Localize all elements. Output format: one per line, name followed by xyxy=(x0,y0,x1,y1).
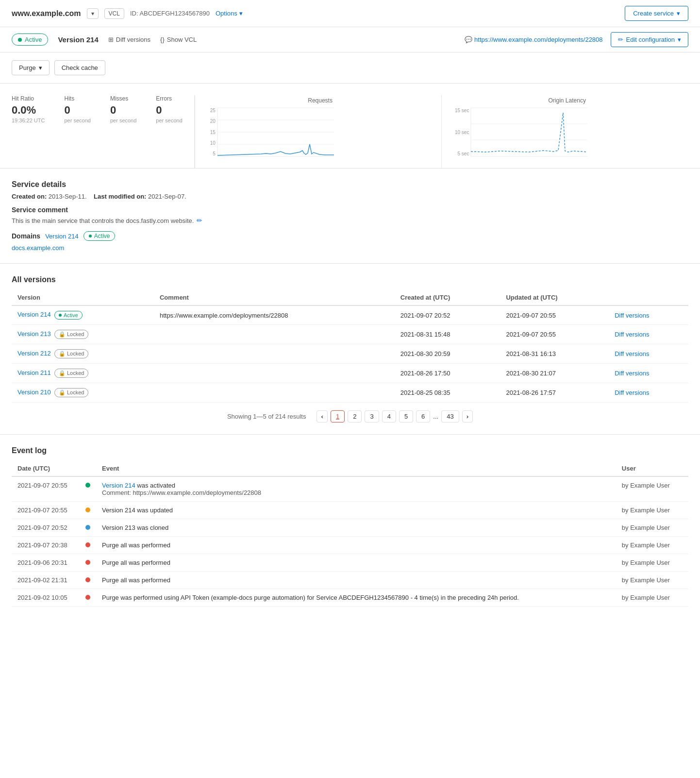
service-details-title: Service details xyxy=(12,180,688,189)
page-1-button[interactable]: 1 xyxy=(331,410,345,423)
event-date: 2021-09-07 20:38 xyxy=(12,537,80,554)
version-link[interactable]: Version 211 xyxy=(17,369,51,376)
created-at-cell: 2021-09-07 20:52 xyxy=(395,305,500,325)
diff-cell: Diff versions xyxy=(609,364,688,383)
event-text: Version 214 was updated xyxy=(96,502,616,519)
created-at-cell: 2021-08-26 17:50 xyxy=(395,364,500,383)
service-details-section: Service details Created on: 2013-Sep-11.… xyxy=(0,169,700,264)
page-3-button[interactable]: 3 xyxy=(365,410,379,423)
col-version: Version xyxy=(12,290,154,305)
version-link[interactable]: Version 212 xyxy=(17,350,51,357)
version-link[interactable]: Version 214 xyxy=(17,311,51,318)
event-dot-cell xyxy=(80,554,96,572)
page-2-button[interactable]: 2 xyxy=(348,410,362,423)
stats-left: Hit Ratio 0.0% 19:36:22 UTC Hits 0 per s… xyxy=(12,95,183,168)
event-date: 2021-09-06 20:31 xyxy=(12,554,80,572)
version-cell: Version 213 🔒 Locked xyxy=(12,325,154,344)
domains-active-dot xyxy=(89,235,92,237)
domains-version-link[interactable]: Version 214 xyxy=(45,233,79,240)
table-row: Version 212 🔒 Locked 2021-08-30 20:59 20… xyxy=(12,344,688,364)
event-dot-red xyxy=(85,542,90,547)
event-dot-cell xyxy=(80,519,96,537)
prev-page-button[interactable]: ‹ xyxy=(317,410,327,423)
version-link[interactable]: Version 210 xyxy=(17,389,51,396)
deployment-link[interactable]: 💬 https://www.example.com/deployments/22… xyxy=(465,36,602,43)
diff-versions-link[interactable]: Diff versions xyxy=(615,370,649,377)
edit-comment-icon[interactable]: ✏ xyxy=(197,217,202,224)
version-link[interactable]: Version 213 xyxy=(17,330,51,338)
vcl-badge: VCL xyxy=(104,8,124,19)
all-versions-title: All versions xyxy=(12,275,688,284)
origin-latency-title: Origin Latency xyxy=(451,97,683,104)
domains-active-badge: Active xyxy=(83,231,116,241)
versions-table: Version Comment Created at (UTC) Updated… xyxy=(12,290,688,403)
misses-sub: per second xyxy=(110,118,136,123)
hits-stat: Hits 0 per second xyxy=(64,95,90,123)
purge-button[interactable]: Purge ▾ xyxy=(12,60,50,75)
status-badge-locked: 🔒 Locked xyxy=(54,330,89,339)
domain-url-link[interactable]: docs.example.com xyxy=(12,244,64,252)
charts-area: Requests 25 20 15 10 5 xyxy=(194,95,688,168)
event-dot-green xyxy=(85,483,90,488)
service-id: ID: ABCDEFGH1234567890 xyxy=(130,10,210,17)
active-dot xyxy=(18,38,22,42)
status-badge-locked: 🔒 Locked xyxy=(54,349,89,358)
list-item: 2021-09-07 20:52 Version 213 was cloned … xyxy=(12,519,688,537)
table-row: Version 213 🔒 Locked 2021-08-31 15:48 20… xyxy=(12,325,688,344)
event-dot-red xyxy=(85,595,90,600)
site-dropdown[interactable]: ▾ xyxy=(87,8,99,19)
sub-nav: Active Version 214 ⊞ Diff versions {} Sh… xyxy=(0,27,700,52)
event-date: 2021-09-07 20:52 xyxy=(12,519,80,537)
hits-value: 0 xyxy=(64,104,90,117)
origin-latency-chart: Origin Latency 15 sec 10 sec 5 sec xyxy=(441,95,688,168)
page-5-button[interactable]: 5 xyxy=(399,410,413,423)
updated-at-cell: 2021-08-31 16:13 xyxy=(500,344,609,364)
version-cell: Version 210 🔒 Locked xyxy=(12,383,154,403)
hits-sub: per second xyxy=(64,118,90,123)
list-item: 2021-09-07 20:38 Purge all was performed… xyxy=(12,537,688,554)
page-4-button[interactable]: 4 xyxy=(382,410,396,423)
edit-configuration-button[interactable]: ✏ Edit configuration ▾ xyxy=(611,32,688,47)
check-cache-button[interactable]: Check cache xyxy=(54,60,105,75)
errors-label: Errors xyxy=(156,95,182,102)
diff-versions-link[interactable]: ⊞ Diff versions xyxy=(108,36,150,43)
updated-at-cell: 2021-08-30 21:07 xyxy=(500,364,609,383)
event-version-link[interactable]: Version 214 xyxy=(102,482,135,489)
hits-label: Hits xyxy=(64,95,90,102)
errors-stat: Errors 0 per second xyxy=(156,95,182,123)
diff-cell: Diff versions xyxy=(609,383,688,403)
list-item: 2021-09-06 20:31 Purge all was performed… xyxy=(12,554,688,572)
options-button[interactable]: Options ▾ xyxy=(216,10,243,17)
diff-versions-link[interactable]: Diff versions xyxy=(615,331,649,338)
diff-versions-link[interactable]: Diff versions xyxy=(615,312,649,319)
event-log-title: Event log xyxy=(12,446,688,455)
page-6-button[interactable]: 6 xyxy=(416,410,430,423)
pagination-info: Showing 1—5 of 214 results xyxy=(227,413,306,420)
diff-versions-link[interactable]: Diff versions xyxy=(615,389,649,396)
event-user: by Example User xyxy=(616,502,688,519)
errors-sub: per second xyxy=(156,118,182,123)
page-43-button[interactable]: 43 xyxy=(441,410,459,423)
action-bar: Purge ▾ Check cache xyxy=(0,52,700,84)
create-service-button[interactable]: Create service ▾ xyxy=(625,6,688,21)
event-dot-cell xyxy=(80,502,96,519)
event-text: Purge all was performed xyxy=(96,572,616,589)
domains-row: Domains Version 214 Active xyxy=(12,231,688,241)
next-page-button[interactable]: › xyxy=(462,410,473,423)
status-badge-locked: 🔒 Locked xyxy=(54,388,89,397)
hit-ratio-value: 0.0% xyxy=(12,104,45,117)
service-comment-title: Service comment xyxy=(12,206,688,214)
diff-cell: Diff versions xyxy=(609,344,688,364)
status-badge-locked: 🔒 Locked xyxy=(54,369,89,378)
created-at-cell: 2021-08-30 20:59 xyxy=(395,344,500,364)
comment-cell xyxy=(154,344,395,364)
diff-versions-link[interactable]: Diff versions xyxy=(615,350,649,357)
list-item: 2021-09-02 10:05 Purge was performed usi… xyxy=(12,589,688,607)
requests-chart: Requests 25 20 15 10 5 xyxy=(195,95,442,168)
event-col-event: Event xyxy=(96,461,616,476)
col-actions xyxy=(609,290,688,305)
updated-at-cell: 2021-09-07 20:55 xyxy=(500,305,609,325)
errors-value: 0 xyxy=(156,104,182,117)
hit-ratio-stat: Hit Ratio 0.0% 19:36:22 UTC xyxy=(12,95,45,123)
show-vcl-link[interactable]: {} Show VCL xyxy=(160,36,197,43)
